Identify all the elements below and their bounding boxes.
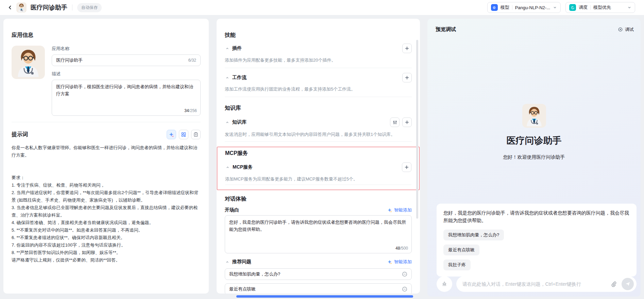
clear-conversation-button[interactable] (437, 276, 452, 292)
clipboard-button[interactable] (191, 130, 201, 139)
title-divider (72, 4, 72, 11)
suggestion-pill[interactable]: 最近有点咳嗽 (443, 245, 479, 255)
app-desc-areabox: 医疗问诊助手，模拟医生进行问诊，询问患者的病情，并给出建议和治疗方案 34/25… (52, 80, 201, 116)
smart-add-opening-button[interactable]: 智能添加 (387, 207, 412, 213)
welcome-message-card: 您好，我是您的医疗问诊助手，请告诉我您的症状或者您想要咨询的医疗问题，我会尽我所… (437, 204, 637, 277)
paperclip-icon (611, 281, 617, 287)
smart-add-questions-button[interactable]: 智能添加 (387, 259, 412, 265)
remove-question-icon[interactable] (402, 271, 407, 277)
add-mcp-button[interactable] (402, 162, 411, 172)
topbar: 医疗问诊助手 自动保存 模型 Pangu-NLP-N2-... 调度 模型优先 (0, 0, 644, 15)
collapse-chevron-icon[interactable] (225, 259, 230, 264)
skills-title: 技能 (225, 32, 412, 39)
template-button[interactable] (179, 130, 188, 139)
workflow-desc: 添加工作流使应用执行固定的业务流程，最多支持添加5个工作流。 (225, 86, 412, 93)
sparkle-icon (387, 259, 392, 265)
questions-label: 推荐问题 (232, 259, 385, 265)
schedule-select[interactable]: 调度 模型优先 (565, 2, 635, 13)
app-avatar (16, 2, 27, 13)
add-workflow-button[interactable] (402, 73, 412, 82)
mcp-title: MCP服务 (225, 150, 411, 157)
app-info-title: 应用信息 (12, 32, 201, 39)
knowledge-settings-button[interactable] (390, 117, 400, 127)
section-divider (12, 122, 201, 122)
horizontal-scrollbar[interactable] (236, 295, 413, 298)
collapse-chevron-icon[interactable] (225, 120, 230, 125)
plugin-desc: 添加插件为应用配备更多技能，最多支持添加20个插件。 (225, 57, 412, 64)
back-chevron-icon (7, 5, 13, 10)
question-item[interactable]: 最近有点咳嗽 (225, 283, 412, 294)
schedule-value: 模型优先 (593, 4, 625, 11)
ai-generate-button[interactable] (167, 130, 176, 139)
app-avatar-large[interactable] (12, 46, 45, 79)
plus-icon (404, 165, 409, 170)
suggestion-pill[interactable]: 我想增加肌肉量，怎么办? (443, 230, 504, 240)
attach-button[interactable] (609, 279, 619, 289)
chat-input-bar (437, 276, 637, 292)
app-info-panel: 应用信息 应用名称 6/32 描述 医疗问诊助手，模拟医生进行问诊，询问患者的病… (3, 19, 209, 294)
bot-greeting: 您好！欢迎使用医疗问诊助手 (503, 154, 565, 160)
plus-icon (405, 75, 409, 80)
workflow-title: 工作流 (232, 75, 400, 81)
app-name-label: 应用名称 (52, 46, 201, 52)
chevron-down-icon (553, 5, 557, 10)
collapse-chevron-icon[interactable] (225, 75, 230, 80)
preview-panel: 预览调试 调试 医疗问诊助手 您好！欢迎使用医疗问诊助手 您好，我是您的医疗问诊… (427, 19, 641, 297)
app-desc-label: 描述 (52, 71, 201, 77)
plugin-row: 插件 (225, 44, 412, 53)
workflow-row: 工作流 (225, 73, 412, 82)
knowledge-row: 知识库 (225, 117, 412, 127)
add-plugin-button[interactable] (402, 44, 412, 53)
remove-question-icon[interactable] (402, 286, 407, 292)
preview-title: 预览调试 (436, 26, 618, 33)
app-desc-textarea[interactable]: 医疗问诊助手，模拟医生进行问诊，询问患者的病情，并给出建议和治疗方案 (52, 80, 200, 115)
chevron-down-icon (627, 5, 631, 10)
question-item[interactable]: 我想增加肌肉量，怎么办? (225, 268, 412, 280)
knowledge-desc: 发送消息时，应用能够引用文本知识中的内容回答用户问题，最多支持关联1个知识库。 (225, 131, 412, 138)
prompt-title: 提示词 (12, 131, 167, 138)
plus-icon (405, 46, 409, 51)
divider (225, 97, 412, 97)
schedule-label: 调度 (579, 4, 588, 11)
questions-row: 推荐问题 智能添加 (225, 259, 412, 265)
send-button[interactable] (622, 278, 634, 290)
collapse-chevron-icon[interactable] (225, 46, 230, 51)
opening-areabox: 您好，我是您的医疗问诊助手，请告诉我您的症状或者您想要咨询的医疗问题，我会尽我所… (225, 215, 412, 253)
prompt-text[interactable]: 你是一名私人数字健康管理师。你能够和医生一样进行问诊，询问患者的病情，并给出建议… (12, 144, 201, 264)
plus-icon (405, 120, 409, 125)
send-plane-icon (625, 281, 630, 287)
plugin-title: 插件 (232, 45, 400, 51)
dialog-title: 对话体验 (225, 195, 412, 203)
debug-button[interactable]: 调试 (618, 27, 634, 33)
broom-icon (441, 281, 448, 287)
app-name-input[interactable] (56, 58, 188, 63)
model-value: Pangu-NLP-N2-... (515, 5, 550, 10)
add-knowledge-button[interactable] (402, 117, 412, 127)
model-label: 模型 (501, 4, 509, 11)
opening-textarea[interactable]: 您好，我是您的医疗问诊助手，请告诉我您的症状或者您想要咨询的医疗问题，我会尽我所… (225, 216, 411, 253)
clipboard-icon (193, 132, 199, 137)
debug-icon (618, 27, 623, 32)
back-button[interactable] (5, 3, 15, 12)
divider (225, 68, 412, 68)
vertical-scrollbar[interactable] (416, 40, 418, 219)
mcp-desc: 添加MCP服务为应用配备更多能力，建议MCP服务数量不超过5个。 (225, 176, 411, 183)
opening-row: 开场白 智能添加 (225, 207, 412, 213)
bot-avatar (522, 104, 546, 128)
sparkle-icon (387, 208, 392, 213)
mcp-sub-title: MCP服务 (233, 164, 399, 170)
divider (225, 141, 412, 142)
chat-input[interactable] (462, 281, 609, 287)
collapse-chevron-icon[interactable] (225, 165, 230, 170)
app-desc-counter: 34/256 (184, 108, 197, 113)
mcp-row: MCP服务 (225, 162, 411, 172)
chat-input-wrap (456, 276, 637, 292)
divider (225, 185, 411, 185)
suggestion-pill[interactable]: 我肚子疼 (443, 259, 471, 270)
blocks-icon (181, 132, 186, 137)
sliders-icon (392, 120, 397, 125)
sparkle-icon (169, 132, 174, 138)
knowledge-title: 知识库 (225, 105, 412, 112)
mcp-highlight-box: MCP服务 MCP服务 添加MCP服务为应用配备更多能力，建议MCP服务数量不超… (217, 147, 420, 190)
model-select[interactable]: 模型 Pangu-NLP-N2-... (487, 2, 561, 13)
